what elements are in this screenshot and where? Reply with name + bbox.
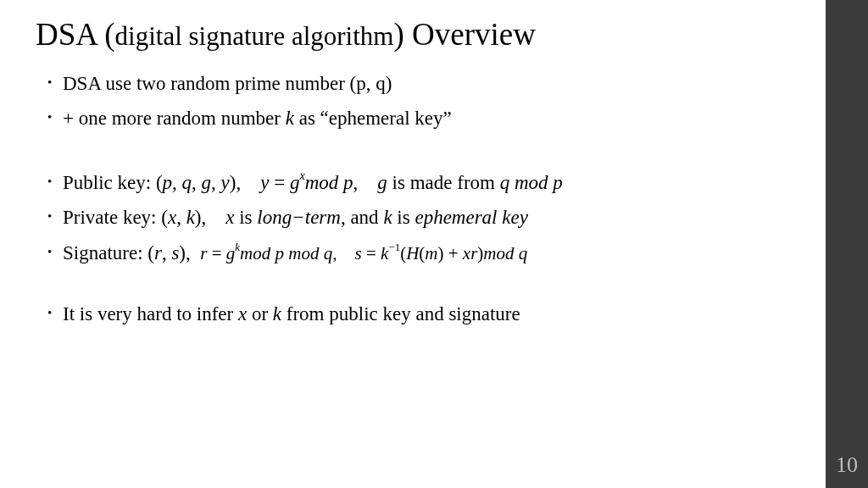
var-q2: q xyxy=(519,243,528,263)
mod-q2: mod xyxy=(483,243,514,263)
var-x2: x xyxy=(225,207,234,228)
long-term: long−term xyxy=(257,207,341,228)
var-p: p xyxy=(163,172,173,193)
b4-is2: is xyxy=(392,207,415,228)
b2-b: as “ephemeral key” xyxy=(294,108,452,129)
var-r: r xyxy=(154,242,162,263)
b6-b: from public key and signature xyxy=(281,303,520,324)
var-g: g xyxy=(202,172,212,193)
b3-c3: , xyxy=(211,172,221,193)
title-suffix: ) Overview xyxy=(393,17,535,52)
plus: + xyxy=(444,243,463,263)
var-x: x xyxy=(238,303,247,324)
bullet-2: + one more random number k as “ephemeral… xyxy=(47,103,809,134)
b3-c1: , xyxy=(172,172,182,193)
var-q: q xyxy=(182,172,192,193)
page-number: 10 xyxy=(826,452,868,478)
bullet-1-text: DSA use two random prime number (p, q) xyxy=(63,73,392,94)
b4-and: , and xyxy=(341,207,383,228)
slide-title: DSA (digital signature algorithm) Overvi… xyxy=(36,17,809,53)
b5-a: Signature: ( xyxy=(63,242,154,263)
var-g: g xyxy=(226,243,236,263)
bullet-6: It is very hard to infer x or k from pub… xyxy=(47,299,809,330)
var-x: x xyxy=(168,207,176,228)
sup-m1: −1 xyxy=(388,241,400,253)
spacer-2 xyxy=(47,274,809,299)
mod-p: mod xyxy=(240,243,270,263)
b3-mid: is made from xyxy=(387,172,500,193)
var-k3: k xyxy=(381,243,388,263)
rp2: ) xyxy=(438,243,444,263)
mod-1: mod xyxy=(305,172,339,193)
b6-a: It is very hard to infer xyxy=(63,303,238,324)
var-k: k xyxy=(273,303,281,324)
var-y2: y xyxy=(260,172,269,193)
b4-is1: is xyxy=(234,207,257,228)
H: H xyxy=(406,243,419,263)
spacer xyxy=(47,139,809,168)
b2-a: + one more random number xyxy=(63,108,286,129)
var-k: k xyxy=(286,108,294,129)
side-accent-bar: 10 xyxy=(826,0,868,488)
var-s2: s xyxy=(354,243,361,263)
title-sub: digital signature algorithm xyxy=(115,21,394,51)
title-prefix: DSA ( xyxy=(36,17,115,52)
bullet-list: DSA use two random prime number (p, q) +… xyxy=(36,69,809,330)
b5-cc: , xyxy=(332,243,354,263)
bullet-5: Signature: (r, s), r = gkmod p mod q, s … xyxy=(47,238,809,269)
b6-or: or xyxy=(247,303,273,324)
bullet-3: Public key: (p, q, g, y), y = gxmod p, g… xyxy=(47,168,809,198)
b4-b: ), xyxy=(195,207,225,228)
var-g2: g xyxy=(290,172,300,193)
b4-a: Private key: ( xyxy=(63,207,168,228)
b5-eq2: = xyxy=(362,243,381,263)
b5-c1: , xyxy=(162,242,172,263)
bullet-1: DSA use two random prime number (p, q) xyxy=(47,69,809,99)
var-q: q xyxy=(324,243,333,263)
b5-b: ), xyxy=(179,242,200,263)
ephemeral-key: ephemeral key xyxy=(415,207,527,228)
mod-q: mod xyxy=(288,243,319,263)
var-m: m xyxy=(425,243,437,263)
content-area: DSA (digital signature algorithm) Overvi… xyxy=(36,17,809,334)
mod-2: mod xyxy=(515,172,548,193)
b5-eq1: = xyxy=(207,243,225,263)
b4-c1: , xyxy=(176,207,186,228)
var-g3: g xyxy=(377,172,387,193)
var-k2: k xyxy=(383,207,392,228)
bullet-4: Private key: (x, k), x is long−term, and… xyxy=(47,202,809,233)
slide: 10 DSA (digital signature algorithm) Ove… xyxy=(0,0,868,488)
b3-eq: = xyxy=(269,172,289,193)
var-p3: p xyxy=(553,172,563,193)
var-y: y xyxy=(221,172,230,193)
var-q2: q xyxy=(500,172,510,193)
var-p2: p xyxy=(343,172,353,193)
b3-b: ), xyxy=(230,172,260,193)
var-p: p xyxy=(275,243,285,263)
b3-c: , xyxy=(353,172,378,193)
var-k: k xyxy=(186,207,195,228)
var-x: x xyxy=(463,243,470,263)
b3-a: Public key: ( xyxy=(63,172,163,193)
b3-c2: , xyxy=(192,172,202,193)
sig-math: r = gkmod p mod q, s = k−1(H(m) + xr)mod… xyxy=(200,243,527,263)
